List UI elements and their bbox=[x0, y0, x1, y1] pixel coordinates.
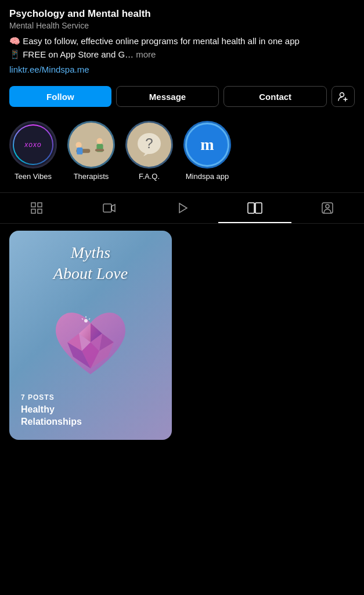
profile-bio: 🧠 Easy to follow, effective online progr… bbox=[9, 35, 355, 61]
highlight-teen-vibes[interactable]: xoxo Teen Vibes bbox=[9, 121, 57, 181]
contact-button[interactable]: Contact bbox=[224, 86, 327, 107]
svg-point-6 bbox=[96, 138, 102, 144]
tab-guide[interactable] bbox=[218, 193, 291, 223]
mindspa-logo-letter: m bbox=[200, 135, 214, 154]
svg-rect-15 bbox=[38, 209, 42, 213]
grid-icon bbox=[30, 201, 44, 215]
svg-marker-17 bbox=[111, 205, 115, 212]
svg-rect-12 bbox=[31, 203, 35, 207]
action-buttons-row: Follow Message Contact bbox=[0, 80, 364, 113]
tab-video[interactable] bbox=[73, 193, 145, 223]
svg-marker-18 bbox=[179, 203, 187, 213]
highlight-faq[interactable]: ? F.A.Q. bbox=[125, 121, 173, 181]
crystal-heart-container bbox=[21, 291, 160, 394]
svg-rect-14 bbox=[31, 209, 35, 213]
profile-category: Mental Health Service bbox=[9, 21, 355, 30]
guide-subtitle: Healthy Relationships bbox=[21, 404, 160, 428]
bio-more-link[interactable]: more bbox=[136, 49, 156, 59]
guide-card-title: Myths About Love bbox=[21, 242, 160, 285]
message-button[interactable]: Message bbox=[116, 86, 219, 107]
follow-button[interactable]: Follow bbox=[9, 86, 111, 107]
bio-line1: 🧠 Easy to follow, effective online progr… bbox=[9, 36, 300, 46]
content-area: Myths About Love bbox=[0, 224, 364, 447]
faq-inner-circle: ? bbox=[127, 123, 171, 167]
svg-rect-20 bbox=[255, 203, 262, 213]
mindspa-inner-circle: m bbox=[185, 123, 229, 167]
profile-name: Psychology and Mental health bbox=[9, 8, 355, 20]
video-icon bbox=[102, 201, 116, 215]
faq-outer-circle: ? bbox=[125, 121, 173, 169]
tab-grid[interactable] bbox=[0, 193, 73, 223]
play-icon bbox=[175, 201, 189, 215]
bio-line2: 📱 FREE on App Store and G… bbox=[9, 49, 134, 59]
teen-vibes-ring: xoxo bbox=[13, 124, 53, 165]
teen-vibes-text: xoxo bbox=[24, 141, 41, 149]
therapists-inner-circle bbox=[69, 123, 113, 167]
svg-rect-16 bbox=[103, 204, 111, 212]
svg-line-36 bbox=[89, 318, 90, 320]
crystal-heart-svg bbox=[44, 299, 137, 386]
highlight-mindspa[interactable]: m Mindspa app bbox=[183, 121, 231, 181]
faq-label: F.A.Q. bbox=[139, 172, 160, 181]
svg-rect-13 bbox=[38, 203, 42, 207]
guide-posts-count: 7 POSTS bbox=[21, 393, 160, 402]
svg-point-33 bbox=[84, 319, 88, 322]
tab-reels[interactable] bbox=[146, 193, 218, 223]
guide-card-footer: 7 POSTS Healthy Relationships bbox=[21, 393, 160, 428]
guide-icon bbox=[247, 201, 263, 215]
therapists-scene-svg bbox=[74, 129, 109, 161]
teen-vibes-circle: xoxo bbox=[9, 121, 57, 169]
highlight-therapists[interactable]: Therapists bbox=[67, 121, 115, 181]
svg-point-23 bbox=[326, 205, 329, 208]
tagged-icon bbox=[320, 201, 334, 215]
faq-bubble-svg: ? bbox=[135, 131, 164, 159]
teen-vibes-label: Teen Vibes bbox=[15, 172, 52, 181]
svg-point-4 bbox=[75, 142, 81, 148]
add-person-icon bbox=[337, 91, 349, 102]
profile-link[interactable]: linktr.ee/Mindspa.me bbox=[9, 64, 355, 74]
guide-card-myths-love[interactable]: Myths About Love bbox=[9, 231, 172, 440]
add-friend-button[interactable] bbox=[331, 86, 355, 107]
svg-rect-8 bbox=[95, 149, 104, 151]
therapists-label: Therapists bbox=[74, 172, 109, 181]
svg-rect-19 bbox=[248, 203, 254, 213]
tab-tagged[interactable] bbox=[291, 193, 364, 223]
svg-point-0 bbox=[340, 93, 344, 97]
svg-rect-5 bbox=[77, 147, 82, 154]
tab-bar bbox=[0, 192, 364, 224]
mindspa-outer-circle: m bbox=[183, 121, 231, 169]
highlights-section: xoxo Teen Vibes Therapists bbox=[0, 113, 364, 189]
profile-section: Psychology and Mental health Mental Heal… bbox=[0, 0, 364, 80]
mindspa-label: Mindspa app bbox=[186, 172, 229, 181]
therapists-outer-circle bbox=[67, 121, 115, 169]
svg-text:?: ? bbox=[145, 135, 153, 151]
